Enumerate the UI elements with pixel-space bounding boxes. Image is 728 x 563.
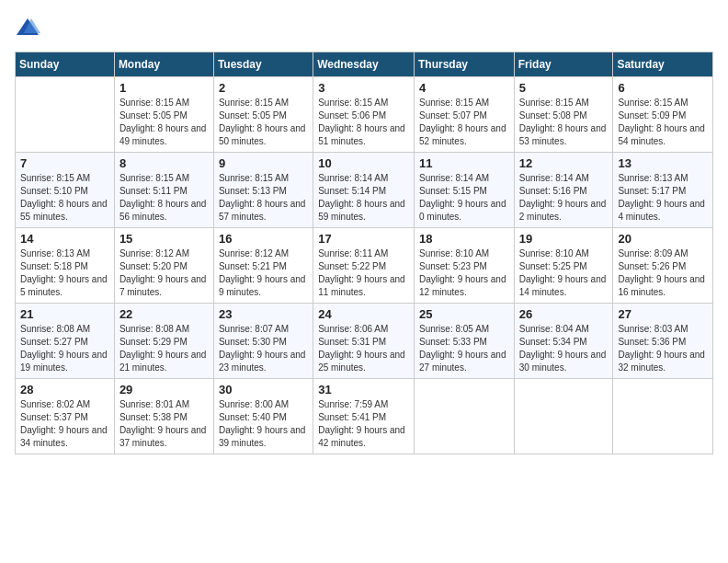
calendar-cell — [514, 379, 613, 454]
day-info: Sunrise: 8:07 AMSunset: 5:30 PMDaylight:… — [219, 323, 308, 374]
day-info: Sunrise: 8:11 AMSunset: 5:22 PMDaylight:… — [318, 247, 409, 299]
calendar-table: SundayMondayTuesdayWednesdayThursdayFrid… — [15, 52, 713, 454]
calendar-cell — [613, 379, 713, 454]
day-number: 28 — [20, 383, 109, 396]
day-info: Sunrise: 8:15 AMSunset: 5:08 PMDaylight:… — [519, 97, 609, 148]
day-info: Sunrise: 8:06 AMSunset: 5:31 PMDaylight:… — [318, 323, 409, 374]
day-info: Sunrise: 8:13 AMSunset: 5:18 PMDaylight:… — [20, 247, 109, 299]
day-number: 29 — [119, 383, 209, 396]
calendar-cell: 26Sunrise: 8:04 AMSunset: 5:34 PMDayligh… — [514, 304, 613, 379]
weekday-header-wednesday: Wednesday — [313, 52, 415, 77]
day-number: 7 — [20, 156, 109, 170]
calendar-cell: 22Sunrise: 8:08 AMSunset: 5:29 PMDayligh… — [114, 304, 213, 379]
weekday-header-tuesday: Tuesday — [213, 52, 313, 77]
day-info: Sunrise: 8:08 AMSunset: 5:27 PMDaylight:… — [20, 323, 109, 374]
day-number: 19 — [519, 232, 609, 246]
weekday-header-thursday: Thursday — [414, 52, 514, 77]
day-number: 11 — [419, 156, 509, 170]
day-info: Sunrise: 8:15 AMSunset: 5:11 PMDaylight:… — [119, 172, 209, 224]
calendar-cell: 19Sunrise: 8:10 AMSunset: 5:25 PMDayligh… — [514, 228, 613, 304]
calendar-cell — [16, 77, 115, 153]
day-number: 26 — [519, 307, 609, 321]
calendar-cell: 15Sunrise: 8:12 AMSunset: 5:20 PMDayligh… — [114, 228, 213, 304]
logo-icon — [15, 15, 40, 40]
day-info: Sunrise: 8:15 AMSunset: 5:07 PMDaylight:… — [419, 97, 509, 148]
day-info: Sunrise: 7:59 AMSunset: 5:41 PMDaylight:… — [318, 398, 409, 450]
calendar-cell: 5Sunrise: 8:15 AMSunset: 5:08 PMDaylight… — [514, 77, 613, 153]
calendar-cell: 18Sunrise: 8:10 AMSunset: 5:23 PMDayligh… — [414, 228, 514, 304]
day-info: Sunrise: 8:12 AMSunset: 5:21 PMDaylight:… — [219, 247, 308, 299]
calendar-cell: 6Sunrise: 8:15 AMSunset: 5:09 PMDaylight… — [613, 77, 713, 153]
calendar-header-row: SundayMondayTuesdayWednesdayThursdayFrid… — [16, 52, 713, 77]
day-info: Sunrise: 8:15 AMSunset: 5:10 PMDaylight:… — [20, 172, 109, 224]
day-info: Sunrise: 8:03 AMSunset: 5:36 PMDaylight:… — [618, 323, 708, 374]
weekday-header-friday: Friday — [514, 52, 613, 77]
day-info: Sunrise: 8:15 AMSunset: 5:05 PMDaylight:… — [219, 97, 308, 148]
day-info: Sunrise: 8:15 AMSunset: 5:13 PMDaylight:… — [219, 172, 308, 224]
calendar-cell: 25Sunrise: 8:05 AMSunset: 5:33 PMDayligh… — [414, 304, 514, 379]
day-number: 24 — [318, 307, 409, 321]
weekday-header-sunday: Sunday — [16, 52, 115, 77]
calendar-cell — [414, 379, 514, 454]
calendar-cell: 8Sunrise: 8:15 AMSunset: 5:11 PMDaylight… — [114, 153, 213, 228]
calendar-cell: 11Sunrise: 8:14 AMSunset: 5:15 PMDayligh… — [414, 153, 514, 228]
day-number: 3 — [318, 81, 409, 95]
day-number: 15 — [119, 232, 209, 246]
day-number: 8 — [119, 156, 209, 170]
day-number: 25 — [419, 307, 509, 321]
calendar-cell: 29Sunrise: 8:01 AMSunset: 5:38 PMDayligh… — [114, 379, 213, 454]
calendar-cell: 12Sunrise: 8:14 AMSunset: 5:16 PMDayligh… — [514, 153, 613, 228]
calendar-cell: 17Sunrise: 8:11 AMSunset: 5:22 PMDayligh… — [313, 228, 415, 304]
day-info: Sunrise: 8:08 AMSunset: 5:29 PMDaylight:… — [119, 323, 209, 374]
weekday-header-monday: Monday — [114, 52, 213, 77]
day-info: Sunrise: 8:01 AMSunset: 5:38 PMDaylight:… — [119, 398, 209, 450]
calendar-cell: 20Sunrise: 8:09 AMSunset: 5:26 PMDayligh… — [613, 228, 713, 304]
day-number: 30 — [219, 383, 308, 396]
logo — [15, 15, 44, 40]
weekday-header-saturday: Saturday — [613, 52, 713, 77]
calendar-week-row: 14Sunrise: 8:13 AMSunset: 5:18 PMDayligh… — [16, 228, 713, 304]
day-info: Sunrise: 8:12 AMSunset: 5:20 PMDaylight:… — [119, 247, 209, 299]
calendar-cell: 2Sunrise: 8:15 AMSunset: 5:05 PMDaylight… — [213, 77, 313, 153]
day-number: 22 — [119, 307, 209, 321]
day-info: Sunrise: 8:15 AMSunset: 5:05 PMDaylight:… — [119, 97, 209, 148]
day-info: Sunrise: 8:02 AMSunset: 5:37 PMDaylight:… — [20, 398, 109, 450]
day-number: 1 — [119, 81, 209, 95]
day-number: 2 — [219, 81, 308, 95]
day-info: Sunrise: 8:05 AMSunset: 5:33 PMDaylight:… — [419, 323, 509, 374]
day-info: Sunrise: 8:15 AMSunset: 5:09 PMDaylight:… — [618, 97, 708, 148]
calendar-week-row: 1Sunrise: 8:15 AMSunset: 5:05 PMDaylight… — [16, 77, 713, 153]
day-number: 9 — [219, 156, 308, 170]
day-number: 13 — [618, 156, 708, 170]
calendar-cell: 13Sunrise: 8:13 AMSunset: 5:17 PMDayligh… — [613, 153, 713, 228]
day-info: Sunrise: 8:04 AMSunset: 5:34 PMDaylight:… — [519, 323, 609, 374]
day-number: 23 — [219, 307, 308, 321]
calendar-cell: 23Sunrise: 8:07 AMSunset: 5:30 PMDayligh… — [213, 304, 313, 379]
day-info: Sunrise: 8:13 AMSunset: 5:17 PMDaylight:… — [618, 172, 708, 224]
day-number: 17 — [318, 232, 409, 246]
calendar-cell: 28Sunrise: 8:02 AMSunset: 5:37 PMDayligh… — [16, 379, 115, 454]
day-info: Sunrise: 8:09 AMSunset: 5:26 PMDaylight:… — [618, 247, 708, 299]
day-number: 16 — [219, 232, 308, 246]
day-number: 27 — [618, 307, 708, 321]
day-number: 6 — [618, 81, 708, 95]
day-number: 31 — [318, 383, 409, 396]
calendar-cell: 10Sunrise: 8:14 AMSunset: 5:14 PMDayligh… — [313, 153, 415, 228]
calendar-cell: 7Sunrise: 8:15 AMSunset: 5:10 PMDaylight… — [16, 153, 115, 228]
day-info: Sunrise: 8:00 AMSunset: 5:40 PMDaylight:… — [219, 398, 308, 450]
calendar-cell: 31Sunrise: 7:59 AMSunset: 5:41 PMDayligh… — [313, 379, 415, 454]
calendar-cell: 27Sunrise: 8:03 AMSunset: 5:36 PMDayligh… — [613, 304, 713, 379]
calendar-week-row: 7Sunrise: 8:15 AMSunset: 5:10 PMDaylight… — [16, 153, 713, 228]
day-number: 18 — [419, 232, 509, 246]
day-number: 5 — [519, 81, 609, 95]
day-number: 4 — [419, 81, 509, 95]
day-number: 10 — [318, 156, 409, 170]
calendar-cell: 3Sunrise: 8:15 AMSunset: 5:06 PMDaylight… — [313, 77, 415, 153]
calendar-cell: 4Sunrise: 8:15 AMSunset: 5:07 PMDaylight… — [414, 77, 514, 153]
day-number: 21 — [20, 307, 109, 321]
day-info: Sunrise: 8:10 AMSunset: 5:23 PMDaylight:… — [419, 247, 509, 299]
day-number: 20 — [618, 232, 708, 246]
day-info: Sunrise: 8:14 AMSunset: 5:14 PMDaylight:… — [318, 172, 409, 224]
calendar-cell: 16Sunrise: 8:12 AMSunset: 5:21 PMDayligh… — [213, 228, 313, 304]
page-header — [15, 15, 713, 40]
